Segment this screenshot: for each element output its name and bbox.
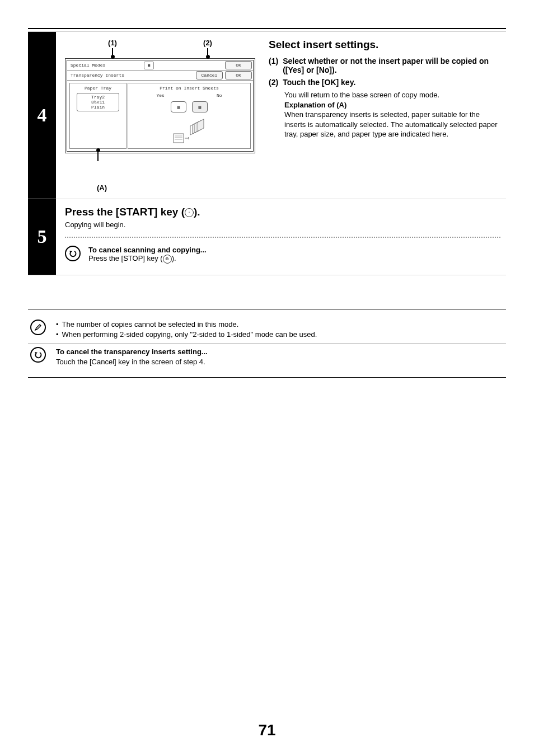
callout-labels-top: (1) (2) xyxy=(65,39,255,47)
step-number-4: 4 xyxy=(28,32,56,199)
no-label: No xyxy=(217,93,222,98)
callout-lines xyxy=(65,48,255,58)
start-key-icon: ◦ xyxy=(185,208,194,217)
screen-icon: ▦ xyxy=(144,62,154,69)
bullet-dot: • xyxy=(56,330,59,340)
screenshot-column: (1) (2) Special Modes ▦ OK Transparen xyxy=(65,39,255,192)
yes-label: Yes xyxy=(156,93,164,98)
step-number-5: 5 xyxy=(28,199,56,275)
cancel-scanning-block: To cancel scanning and copying... Press … xyxy=(65,246,500,264)
item-2-num: (2) xyxy=(269,78,278,87)
back-arrow-icon xyxy=(30,347,46,363)
back-arrow-icon xyxy=(65,246,81,261)
insert-diagram xyxy=(130,116,248,146)
tray-type: Plain xyxy=(77,105,119,110)
yes-button[interactable]: ▦ xyxy=(171,101,186,112)
cancel-button[interactable]: Cancel xyxy=(196,71,223,79)
note-1-text: •The number of copies cannot be selected… xyxy=(56,320,317,340)
bullet-dot: • xyxy=(56,320,59,330)
device-screen: Special Modes ▦ OK Transparency Inserts … xyxy=(65,58,255,153)
item-2-text: Touch the [OK] key. xyxy=(283,78,355,87)
notes-box: •The number of copies cannot be selected… xyxy=(28,309,506,378)
callout-2-label: (2) xyxy=(160,39,255,47)
step-4-title: Select insert settings. xyxy=(269,39,500,51)
stop-key-icon: ⊚ xyxy=(163,255,172,264)
step-4-item-2: (2) Touch the [OK] key. xyxy=(269,78,500,87)
step-5-body: Press the [START] key (◦). Copying will … xyxy=(56,199,506,275)
tray-name: Tray2 xyxy=(77,95,119,100)
cancel-body-prefix: Press the [STOP] key ( xyxy=(88,254,163,262)
explain-heading: Explanation of (A) xyxy=(284,101,346,109)
ok-button-sub[interactable]: OK xyxy=(225,71,252,79)
no-button[interactable]: ▦ xyxy=(192,101,208,112)
cancel-body-suffix: ). xyxy=(172,254,176,262)
step-4-row: 4 (1) (2) Special Modes ▦ OK xyxy=(28,31,506,199)
step-5-row: 5 Press the [START] key (◦). Copying wil… xyxy=(28,199,506,275)
pencil-icon xyxy=(30,320,46,335)
screen-title-transparency: Transparency Inserts xyxy=(67,71,195,80)
print-on-insert-panel: Print on Insert Sheets YesNo ▦ ▦ xyxy=(128,83,251,149)
note-row-1: •The number of copies cannot be selected… xyxy=(28,316,506,343)
cancel-heading: To cancel scanning and copying... xyxy=(88,246,207,254)
note-row-2: To cancel the transparency inserts setti… xyxy=(28,343,506,370)
step-5-sub: Copying will begin. xyxy=(65,220,500,229)
step-5-title: Press the [START] key (◦). xyxy=(65,206,500,218)
print-on-insert-label: Print on Insert Sheets xyxy=(130,86,248,91)
explain-body: When transparency inserts is selected, p… xyxy=(284,110,500,139)
explain-line1: You will return to the base screen of co… xyxy=(284,90,500,100)
cancel-body: Press the [STOP] key (⊚). xyxy=(88,254,207,264)
item-1-text: Select whether or not the insert paper w… xyxy=(283,57,500,74)
item-1-num: (1) xyxy=(269,57,278,74)
note-cancel-body: Touch the [Cancel] key in the screen of … xyxy=(56,357,208,367)
step-4-body: (1) (2) Special Modes ▦ OK Transparen xyxy=(56,32,506,199)
step5-title-suffix: ). xyxy=(194,206,200,218)
paper-tray-label: Paper Tray xyxy=(72,86,124,91)
svg-marker-7 xyxy=(197,119,204,132)
paper-tray-panel: Paper Tray Tray2 8½x11 Plain xyxy=(69,83,127,149)
cancel-scanning-text: To cancel scanning and copying... Press … xyxy=(88,246,207,264)
screen-titlebar: Special Modes ▦ OK xyxy=(67,60,253,71)
screen-subheader: Transparency Inserts Cancel OK xyxy=(67,71,253,81)
note-bullet-2: When performing 2-sided copying, only "2… xyxy=(62,330,317,340)
callout-1-label: (1) xyxy=(65,39,160,47)
ok-button-top[interactable]: OK xyxy=(225,61,252,69)
manual-page: 4 (1) (2) Special Modes ▦ OK xyxy=(0,0,534,756)
note-cancel-heading: To cancel the transparency inserts setti… xyxy=(56,347,208,357)
svg-rect-0 xyxy=(174,134,184,143)
step5-title-prefix: Press the [START] key ( xyxy=(65,206,185,218)
item-2-explain: You will return to the base screen of co… xyxy=(284,90,500,139)
step-4-item-1: (1) Select whether or not the insert pap… xyxy=(269,57,500,74)
tray-size: 8½x11 xyxy=(77,100,119,105)
yes-no-buttons: ▦ ▦ xyxy=(130,101,248,112)
page-number: 71 xyxy=(0,721,534,739)
top-rule xyxy=(28,28,506,29)
callout-a-label: (A) xyxy=(91,184,113,192)
dotted-separator xyxy=(65,237,500,238)
step-4-text: Select insert settings. (1) Select wheth… xyxy=(269,39,500,192)
note-bullet-1: The number of copies cannot be selected … xyxy=(62,320,239,330)
tray-button[interactable]: Tray2 8½x11 Plain xyxy=(77,93,119,111)
note-2-text: To cancel the transparency inserts setti… xyxy=(56,347,208,367)
screen-title-special-modes: Special Modes xyxy=(67,60,142,70)
screen-panels: Paper Tray Tray2 8½x11 Plain Print on In… xyxy=(67,81,253,151)
